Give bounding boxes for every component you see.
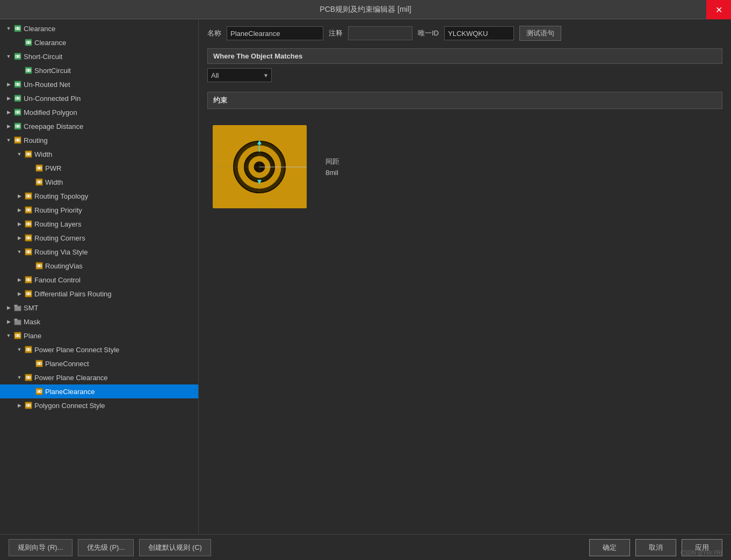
comment-input[interactable] <box>348 26 412 40</box>
tree-item-un-routed-net[interactable]: Un-Routed Net <box>0 77 198 91</box>
tree-item-fanout-control[interactable]: Fanout Control <box>0 273 198 287</box>
tree-arrow-icon <box>4 136 13 144</box>
svg-rect-63 <box>15 319 17 321</box>
tree-icon-rule-yellow <box>34 387 44 396</box>
tree-item-routing-vias-item[interactable]: RoutingVias <box>0 259 198 273</box>
tree-item-routing-topology[interactable]: Routing Topology <box>0 189 198 203</box>
tree-arrow-icon <box>4 317 13 326</box>
tree-item-label: RoutingVias <box>45 262 83 270</box>
tree-item-short-circuit-item[interactable]: ShortCircuit <box>0 63 198 77</box>
svg-point-59 <box>27 293 30 295</box>
tree-item-label: Routing Via Style <box>34 248 88 256</box>
svg-point-17 <box>17 97 19 99</box>
diagram-area: 间距 8mil <box>207 114 722 219</box>
svg-point-47 <box>27 237 30 239</box>
tree-item-clearance-item[interactable]: Clearance <box>0 35 198 49</box>
svg-point-75 <box>27 376 30 379</box>
tree-icon-rule <box>24 66 33 75</box>
tree-item-pwr-item[interactable]: PWR <box>0 161 198 175</box>
tree-icon-rule-yellow <box>34 163 44 173</box>
tree-icon-rule-yellow <box>34 261 44 271</box>
right-panel: 名称 注释 唯一ID 测试语句 Where The Object Matches… <box>199 19 731 534</box>
tree-arrow-icon <box>15 345 24 354</box>
tree-item-clearance-group[interactable]: Clearance <box>0 21 198 35</box>
tree-item-un-connected-pin[interactable]: Un-Connected Pin <box>0 91 198 105</box>
where-dropdown[interactable]: All Net Net Class Layer Net And Layer <box>207 68 272 82</box>
tree-arrow-icon <box>4 94 13 103</box>
tree-icon-rule-yellow <box>24 233 33 243</box>
tree-item-pwr-plane-clearance-group[interactable]: Power Plane Clearance <box>0 370 198 384</box>
rule-wizard-btn[interactable]: 规则向导 (R)... <box>9 539 73 556</box>
tree-item-label: Routing Corners <box>34 234 85 242</box>
tree-item-label: Mask <box>24 318 40 326</box>
tree-icon-folder <box>13 303 23 312</box>
watermark: CSDN @YRr.YRr <box>681 550 722 556</box>
tree-arrow-icon <box>15 150 24 158</box>
tree-item-smt-group[interactable]: SMT <box>0 301 198 315</box>
tree-arrow-icon <box>15 289 24 298</box>
tree-item-label: Power Plane Clearance <box>34 374 108 382</box>
tree-item-diff-pairs-routing[interactable]: Differential Pairs Routing <box>0 287 198 301</box>
create-default-btn[interactable]: 创建默认规则 (C) <box>139 539 211 556</box>
tree-item-routing-layers[interactable]: Routing Layers <box>0 217 198 231</box>
tree-icon-rule-yellow <box>24 289 33 299</box>
tree-item-label: PlaneClearance <box>45 388 95 396</box>
tree-icon-rule <box>13 52 23 61</box>
tree-item-label: Routing Layers <box>34 220 81 228</box>
tree-item-plane-connect-item[interactable]: PlaneConnect <box>0 357 198 370</box>
tree-item-creepage-distance[interactable]: Creepage Distance <box>0 119 198 133</box>
svg-point-50 <box>27 251 30 253</box>
tree-item-routing-corners[interactable]: Routing Corners <box>0 231 198 245</box>
dropdown-row: All Net Net Class Layer Net And Layer ▼ <box>207 68 722 82</box>
title-bar-title: PCB规则及约束编辑器 [mil] <box>320 5 411 14</box>
tree-icon-rule-yellow <box>24 275 33 285</box>
tree-item-label: Routing Topology <box>34 192 88 200</box>
unique-id-input[interactable] <box>444 26 514 40</box>
tree-item-width-group[interactable]: Width <box>0 147 198 161</box>
tree-arrow-icon <box>4 52 13 61</box>
tree-icon-rule-yellow <box>24 191 33 201</box>
priority-btn[interactable]: 优先级 (P)... <box>78 539 134 556</box>
tree-item-pwr-plane-connect-group[interactable]: Power Plane Connect Style <box>0 343 198 357</box>
svg-point-29 <box>27 153 30 155</box>
svg-point-44 <box>27 223 30 225</box>
spacing-label: 间距 <box>325 157 339 166</box>
tree-icon-rule-yellow <box>24 205 33 215</box>
tree-arrow-icon <box>15 401 24 410</box>
left-panel[interactable]: ClearanceClearanceShort-CircuitShortCirc… <box>0 19 199 534</box>
tree-item-label: Creepage Distance <box>24 122 83 130</box>
tree-icon-rule-yellow <box>24 247 33 257</box>
cancel-btn[interactable]: 取消 <box>635 539 676 556</box>
tree-item-label: Clearance <box>24 25 55 33</box>
tree-icon-rule <box>13 107 23 117</box>
svg-point-26 <box>17 139 19 141</box>
where-section: Where The Object Matches All Net Net Cla… <box>207 48 722 84</box>
tree-item-routing-group[interactable]: Routing <box>0 133 198 147</box>
svg-point-5 <box>27 41 30 43</box>
tree-item-routing-priority[interactable]: Routing Priority <box>0 203 198 217</box>
tree-arrow-icon <box>15 220 24 228</box>
tree-item-mask-group[interactable]: Mask <box>0 315 198 329</box>
comment-label: 注释 <box>329 28 343 38</box>
tree-item-routing-via-style-group[interactable]: Routing Via Style <box>0 245 198 259</box>
tree-item-label: ShortCircuit <box>34 67 71 75</box>
tree-icon-rule-yellow <box>13 331 23 340</box>
tree-icon-rule <box>13 79 23 89</box>
tree-arrow-icon <box>15 234 24 242</box>
tree-item-label: Differential Pairs Routing <box>34 290 112 298</box>
tree-icon-rule-yellow <box>24 149 33 159</box>
tree-item-polygon-connect-style[interactable]: Polygon Connect Style <box>0 398 198 412</box>
tree-item-short-circuit-group[interactable]: Short-Circuit <box>0 49 198 63</box>
svg-point-8 <box>17 55 19 57</box>
tree-item-modified-polygon[interactable]: Modified Polygon <box>0 105 198 119</box>
svg-point-2 <box>17 27 19 30</box>
ok-btn[interactable]: 确定 <box>589 539 630 556</box>
name-input[interactable] <box>227 26 323 40</box>
test-btn[interactable]: 测试语句 <box>519 26 561 41</box>
tree-item-plane-clearance-item[interactable]: PlaneClearance <box>0 384 198 398</box>
tree-arrow-icon <box>4 331 13 340</box>
close-button[interactable]: ✕ <box>706 0 731 19</box>
tree-arrow-icon <box>15 373 24 382</box>
tree-item-plane-group[interactable]: Plane <box>0 329 198 343</box>
tree-item-width-item[interactable]: Width <box>0 175 198 189</box>
